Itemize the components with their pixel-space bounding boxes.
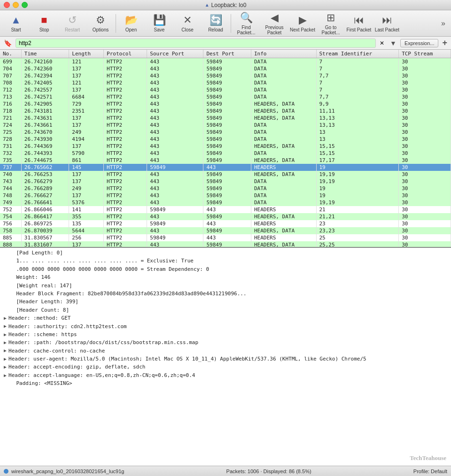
expand-arrow-icon: ▶ — [4, 356, 7, 362]
minimize-window-button[interactable] — [13, 2, 19, 8]
table-row[interactable]: 72526.743670249HTTP244359849DATA1330 — [0, 129, 451, 136]
table-row[interactable]: 69926.742160121HTTP244359849DATA730 — [0, 58, 451, 66]
close-capture-button[interactable]: ✕ Close — [173, 11, 202, 36]
filter-input[interactable] — [16, 38, 376, 48]
packets-info: Packets: 1006 · Displayed: 86 (8.5%) — [226, 468, 311, 474]
table-row[interactable]: 73726.765662145HTTP259849443HEADERS1930 — [0, 164, 451, 171]
start-icon: ▲ — [11, 14, 21, 26]
table-row[interactable]: 75426.866417355HTTP244359849HEADERS, DAT… — [0, 213, 451, 220]
profile-label: Profile: Default — [413, 468, 447, 474]
detail-expandable-row[interactable]: ▶Header: :scheme: https — [0, 330, 451, 338]
first-packet-button[interactable]: ⏮ First Packet — [345, 11, 373, 36]
expand-arrow-icon: ▶ — [4, 323, 7, 330]
filter-bar: 🔖 ✕ ▼ Expression... + — [0, 37, 451, 50]
table-row[interactable]: 70726.742394137HTTP244359849DATA7,730 — [0, 72, 451, 79]
window-title: ▲ Loopback: lo0 — [205, 2, 247, 8]
detail-expandable-row[interactable]: ▶Header: accept-language: en-US,en;q=0.8… — [0, 371, 451, 379]
detail-expandable-row[interactable]: ▶Header: :authority: cdn2.http2test.com — [0, 322, 451, 330]
col-time: Time — [21, 50, 69, 58]
reload-button[interactable]: 🔄 Reload — [202, 11, 230, 36]
prev-packet-button[interactable]: ◀ Previous Packet — [260, 11, 288, 36]
detail-plain-row: [Weight real: 147] — [0, 282, 451, 290]
table-row[interactable]: 71326.7425716684HTTP244359849DATA7,730 — [0, 93, 451, 100]
last-packet-button[interactable]: ⏭ Last Packet — [373, 11, 401, 36]
close-window-button[interactable] — [4, 2, 10, 8]
table-row[interactable]: 73526.744675861HTTP244359849HEADERS, DAT… — [0, 157, 451, 164]
col-info: Info — [251, 50, 316, 58]
statusbar: wireshark_pcapng_lo0_20160328021654_luc9… — [0, 466, 451, 476]
col-no: No. — [0, 50, 21, 58]
next-packet-button[interactable]: ▶ Next Packet — [288, 11, 317, 36]
open-icon: 📂 — [125, 14, 138, 26]
toolbar-more-button[interactable]: » — [437, 17, 449, 30]
next-icon: ▶ — [299, 14, 307, 26]
filter-dropdown-button[interactable]: ▼ — [388, 39, 398, 47]
detail-expandable-row[interactable]: ▶Header: cache-control: no-cache — [0, 347, 451, 355]
detail-expandable-row[interactable]: ▶Header: user-agent: Mozilla/5.0 (Macint… — [0, 355, 451, 363]
reload-icon: 🔄 — [210, 14, 222, 26]
detail-expandable-row[interactable]: ▶Header: accept-encoding: gzip, deflate,… — [0, 363, 451, 371]
prev-icon: ◀ — [271, 12, 279, 24]
table-row[interactable]: 71826.7431812351HTTP244359849HEADERS, DA… — [0, 107, 451, 115]
toolbar-separator-2 — [231, 14, 231, 33]
table-row[interactable]: 74926.7666415376HTTP244359849DATA19,1930 — [0, 199, 451, 206]
detail-plain-row: 1... .... .... .... .... .... .... .... … — [0, 257, 451, 265]
table-row[interactable]: 73226.7443935790HTTP244359849DATA15,1530 — [0, 150, 451, 157]
table-row[interactable]: 75226.866046141HTTP259849443HEADERS2130 — [0, 206, 451, 213]
table-row[interactable]: 74426.766289249HTTP244359849DATA1930 — [0, 185, 451, 192]
options-button[interactable]: ⚙ Options — [86, 11, 115, 36]
find-icon: 🔍 — [240, 12, 253, 24]
filter-add-button[interactable]: + — [440, 38, 449, 48]
col-dst-port: Dest Port — [203, 50, 251, 58]
expression-button[interactable]: Expression... — [400, 39, 439, 47]
table-row[interactable]: 75626.869725135HTTP259849443HEADERS2330 — [0, 220, 451, 227]
expand-arrow-icon: ▶ — [4, 364, 7, 370]
filter-clear-button[interactable]: ✕ — [378, 39, 386, 47]
last-icon: ⏭ — [382, 14, 392, 26]
table-row[interactable]: 70826.742405121HTTP244359849DATA730 — [0, 79, 451, 86]
table-row[interactable]: 71226.742557137HTTP244359849DATA730 — [0, 86, 451, 93]
col-src-port: Source Port — [147, 50, 203, 58]
table-row[interactable]: 74326.766279137HTTP244359849DATA19,1930 — [0, 178, 451, 185]
stop-icon: ■ — [41, 14, 47, 26]
restart-button[interactable]: ↺ Restart — [58, 11, 86, 36]
detail-expandable-row[interactable]: ▶Header: :method: GET — [0, 314, 451, 322]
filename-label: wireshark_pcapng_lo0_20160328021654_luc9… — [11, 468, 124, 474]
packet-list[interactable]: No. Time Length Protocol Source Port Des… — [0, 50, 451, 247]
open-button[interactable]: 📂 Open — [117, 11, 145, 36]
col-protocol: Protocol — [104, 50, 147, 58]
table-row[interactable]: 71626.742905729HTTP244359849HEADERS, DAT… — [0, 100, 451, 107]
save-button[interactable]: 💾 Save — [145, 11, 173, 36]
table-row[interactable]: 72126.743631137HTTP244359849HEADERS, DAT… — [0, 115, 451, 122]
table-row[interactable]: 88831.831607137HTTP244359849HEADERS, DAT… — [0, 241, 451, 247]
table-row[interactable]: 70426.742360137HTTP244359849DATA730 — [0, 65, 451, 72]
table-row[interactable]: 75826.8700395644HTTP244359849HEADERS, DA… — [0, 227, 451, 234]
expand-arrow-icon: ▶ — [4, 331, 7, 338]
table-row[interactable]: 74826.766627137HTTP244359849DATA1930 — [0, 192, 451, 199]
detail-plain-row: [Header Count: 8] — [0, 306, 451, 314]
stop-button[interactable]: ■ Stop — [30, 11, 58, 36]
col-tcp-stream: TCP Stream — [399, 50, 451, 58]
detail-plain-row: Header Block Fragment: 82be870084b958d33… — [0, 290, 451, 298]
expand-arrow-icon: ▶ — [4, 372, 7, 379]
goto-icon: ⊞ — [327, 12, 335, 24]
maximize-window-button[interactable] — [22, 2, 28, 8]
start-button[interactable]: ▲ Start — [2, 11, 30, 36]
goto-packet-button[interactable]: ⊞ Go to Packet... — [317, 11, 345, 36]
table-row[interactable]: 72426.743661137HTTP244359849DATA13,1330 — [0, 122, 451, 129]
find-packet-button[interactable]: 🔍 Find Packet... — [232, 11, 260, 36]
detail-expandable-row[interactable]: ▶Header: :path: /bootstrap/docs/dist/css… — [0, 338, 451, 346]
toolbar-separator-1 — [116, 14, 116, 33]
detail-plain-row: [Pad Length: 0] — [0, 249, 451, 257]
col-stream-id: Stream Identifier — [316, 50, 399, 58]
table-row[interactable]: 74026.766253137HTTP244359849HEADERS, DAT… — [0, 171, 451, 178]
detail-plain-row: Weight: 146 — [0, 273, 451, 281]
filter-icon: 🔖 — [2, 39, 14, 47]
wireshark-icon: ▲ — [205, 2, 210, 8]
save-icon: 💾 — [153, 14, 166, 26]
table-row[interactable]: 73126.744369137HTTP244359849HEADERS, DAT… — [0, 143, 451, 150]
toolbar: ▲ Start ■ Stop ↺ Restart ⚙ Options 📂 Ope… — [0, 10, 451, 37]
expand-arrow-icon: ▶ — [4, 315, 7, 322]
table-row[interactable]: 88531.830567256HTTP259849443HEADERS2530 — [0, 234, 451, 241]
table-row[interactable]: 72826.7439304194HTTP244359849DATA1330 — [0, 136, 451, 143]
